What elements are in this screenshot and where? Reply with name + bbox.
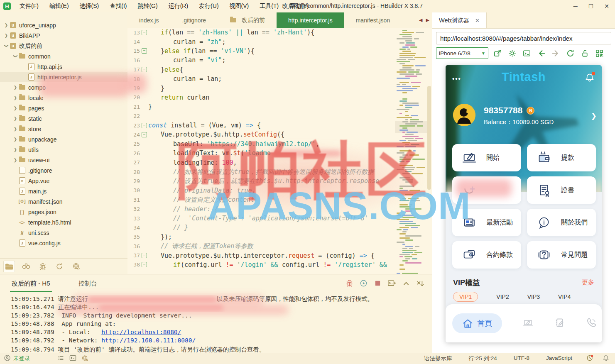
log-link[interactable]: http://192.168.0.111:8080/ — [101, 337, 196, 344]
tree-item-main-js[interactable]: Jmain.js — [0, 186, 127, 196]
grid-button-最新活動[interactable]: 最新活動 — [452, 209, 521, 236]
tree-item-vue-config-js[interactable]: Jvue.config.js — [0, 238, 127, 248]
vip-tab-vip1[interactable]: VIP1 — [453, 292, 478, 302]
back-icon[interactable] — [536, 48, 546, 59]
vip-more-link[interactable]: 更多 — [582, 278, 594, 286]
console-tab-terminal[interactable]: 控制台 — [77, 276, 99, 292]
tree-arrow-icon[interactable]: ❯ — [12, 85, 18, 90]
syntax-hint-library[interactable]: 语法提示库 — [424, 355, 452, 362]
tree-arrow-icon[interactable]: ❯ — [12, 95, 18, 100]
editor-tab-manifest-json[interactable]: manifest.json — [344, 12, 402, 28]
tree-item--gitignore[interactable]: .gitignore — [0, 165, 127, 176]
open-in-browser-icon[interactable] — [492, 48, 503, 59]
tree-item-uni-scss[interactable]: §uni.scss — [0, 227, 127, 238]
bell-icon[interactable] — [603, 354, 609, 363]
debug-icon[interactable] — [37, 261, 48, 272]
tree-item-store[interactable]: ❯store — [0, 124, 127, 134]
tree-item-app-vue[interactable]: VApp.vue — [0, 176, 127, 186]
tab-scroll-left-icon[interactable]: ◀ — [419, 17, 422, 23]
language-mode[interactable]: JavaScript — [546, 355, 572, 362]
tab-scroll-right-icon[interactable]: ▶ — [426, 17, 429, 23]
vip-tab-vip4[interactable]: VIP4 — [558, 293, 571, 300]
menu-发[interactable]: 发行(U) — [194, 1, 223, 11]
tree-item-compo[interactable]: ❯compo — [0, 82, 127, 93]
collapse-icon[interactable] — [402, 279, 410, 288]
tree-item-manifest-json[interactable]: [⚙]manifest.json — [0, 196, 127, 207]
tree-arrow-icon[interactable]: ❯ — [13, 54, 18, 59]
qrcode-icon[interactable] — [594, 48, 605, 59]
tree-item-unpackage[interactable]: ❯unpackage — [0, 134, 127, 144]
tree-arrow-icon[interactable]: ❯ — [12, 158, 18, 162]
menu-查[interactable]: 查找(I) — [105, 1, 131, 11]
fold-icon[interactable]: − — [140, 253, 148, 258]
tree-arrow-icon[interactable]: ❯ — [4, 43, 9, 49]
grid-button-常見問題[interactable]: 常見問題 — [527, 241, 596, 269]
console-icon[interactable] — [521, 48, 532, 59]
tree-item-http-interceptor-js[interactable]: Jhttp.interceptor.js — [0, 72, 127, 82]
editor-scrollbar[interactable] — [427, 86, 431, 190]
fold-icon[interactable]: − — [140, 123, 148, 128]
close-button[interactable]: ✕ — [604, 3, 609, 10]
log-link[interactable]: http://localhost:8080/ — [101, 329, 181, 335]
clear-icon[interactable] — [416, 279, 424, 288]
lock-icon[interactable] — [579, 48, 590, 59]
tree-item-pages[interactable]: ❯pages — [0, 103, 127, 113]
fold-icon[interactable]: − — [140, 132, 148, 137]
grid-button-提款[interactable]: 提款 — [527, 144, 596, 171]
cursor-position[interactable]: 行:25 列:24 — [468, 355, 497, 362]
tab-rocket-laptop-gray[interactable] — [502, 317, 534, 330]
grid-button-合約條款[interactable]: 合約條款 — [452, 241, 521, 269]
menu-编[interactable]: 编辑(E) — [45, 1, 74, 11]
tree-arrow-icon[interactable]: ❯ — [12, 106, 18, 110]
new-terminal-icon[interactable] — [387, 279, 396, 288]
fold-icon[interactable]: − — [140, 262, 148, 267]
close-tab-icon[interactable]: ✕ — [475, 17, 480, 24]
tab-phone[interactable] — [565, 317, 597, 330]
console-tab-project[interactable]: 改后的前 - H5 — [10, 276, 52, 292]
tree-item-common[interactable]: ❯common — [0, 51, 127, 61]
device-select[interactable]: iPhone 6/7/8▼ — [436, 47, 488, 59]
menu-视[interactable]: 视图(V) — [225, 1, 254, 11]
forward-icon[interactable] — [550, 48, 561, 59]
menu-选[interactable]: 选择(S) — [75, 1, 104, 11]
tree-item-pages-json[interactable]: [ ]pages.json — [0, 207, 127, 217]
tree-arrow-icon[interactable]: ❯ — [3, 33, 9, 38]
tree-arrow-icon[interactable]: ❯ — [3, 23, 9, 27]
fold-icon[interactable]: − — [140, 48, 148, 54]
grid-button-開始[interactable]: 開始 — [452, 144, 521, 171]
minimap[interactable] — [397, 29, 426, 271]
grid-button-censored[interactable] — [452, 176, 521, 204]
grid-button-證書[interactable]: 證書 — [527, 176, 596, 204]
tree-item-template-h5-html[interactable]: <>template.h5.html — [0, 217, 127, 227]
avatar[interactable] — [453, 104, 475, 126]
stop-icon[interactable] — [373, 279, 382, 288]
web-icon[interactable] — [81, 355, 88, 363]
web-icon[interactable] — [71, 261, 81, 272]
tab-home[interactable]: 首頁 — [452, 313, 502, 333]
browser-tab[interactable]: Web浏览器 ✕ — [432, 12, 487, 28]
refresh-icon[interactable] — [565, 48, 576, 59]
tree-arrow-icon[interactable]: ❯ — [12, 137, 18, 142]
url-bar[interactable]: http://localhost:8080/#/pages/tabbar/ind… — [436, 32, 611, 44]
minimize-button[interactable]: ─ — [573, 3, 578, 10]
menu-文[interactable]: 文件(F) — [15, 1, 43, 11]
tab-notebook[interactable] — [534, 317, 565, 330]
tree-item-utils[interactable]: ❯utils — [0, 144, 127, 155]
tree-arrow-icon[interactable]: ❯ — [12, 147, 18, 152]
menu-运[interactable]: 运行(R) — [164, 1, 193, 11]
restart-icon[interactable] — [359, 279, 368, 288]
terminal-icon[interactable] — [69, 355, 76, 362]
login-status[interactable]: 未登录 — [13, 355, 30, 362]
grid-button-關於我們[interactable]: 關於我們 — [527, 209, 596, 236]
tree-arrow-icon[interactable]: ❯ — [12, 116, 18, 121]
settings-icon[interactable] — [507, 48, 517, 59]
editor-tab--[interactable]: 改后的前 — [218, 12, 277, 28]
code-area[interactable]: 13−if(lan == 'zh-Hans' || lan == 'zh-Han… — [127, 28, 432, 274]
maximize-button[interactable]: ☐ — [588, 3, 594, 10]
fold-icon[interactable]: − — [140, 30, 148, 35]
tree-item-http-api-js[interactable]: Jhttp.api.js — [0, 61, 127, 72]
encoding[interactable]: UTF-8 — [514, 355, 529, 362]
debug-icon[interactable] — [345, 279, 354, 288]
notification-bell-icon[interactable] — [584, 72, 595, 83]
tree-item--[interactable]: ❯u改后的前 — [0, 41, 127, 51]
